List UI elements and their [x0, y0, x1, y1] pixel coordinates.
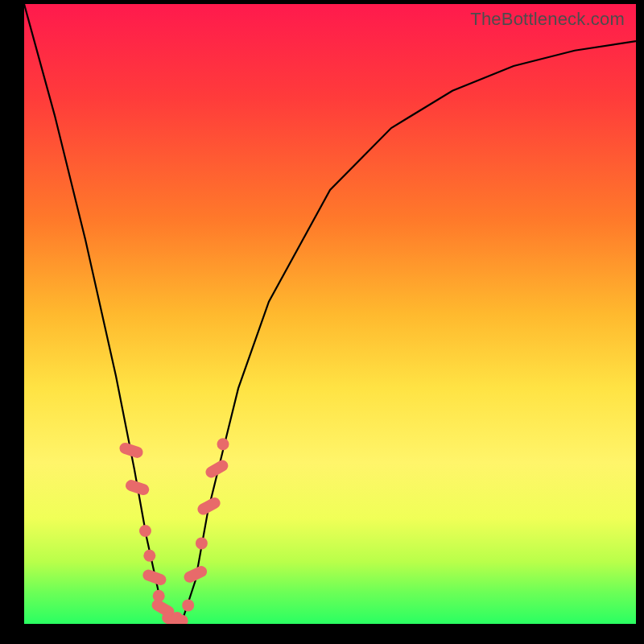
- curve-group: [24, 4, 636, 624]
- curve-marker-dot: [217, 438, 229, 450]
- chart-frame: TheBottleneck.com: [0, 0, 644, 644]
- curve-marker-dot: [196, 537, 208, 549]
- chart-svg: [24, 4, 636, 624]
- bottleneck-curve: [24, 4, 636, 624]
- curve-marker-dot: [143, 550, 155, 562]
- markers-group: [118, 438, 230, 624]
- curve-marker-dot: [182, 599, 194, 611]
- plot-area: TheBottleneck.com: [24, 4, 636, 624]
- curve-marker-dot: [139, 525, 151, 537]
- curve-marker-pill: [196, 495, 222, 516]
